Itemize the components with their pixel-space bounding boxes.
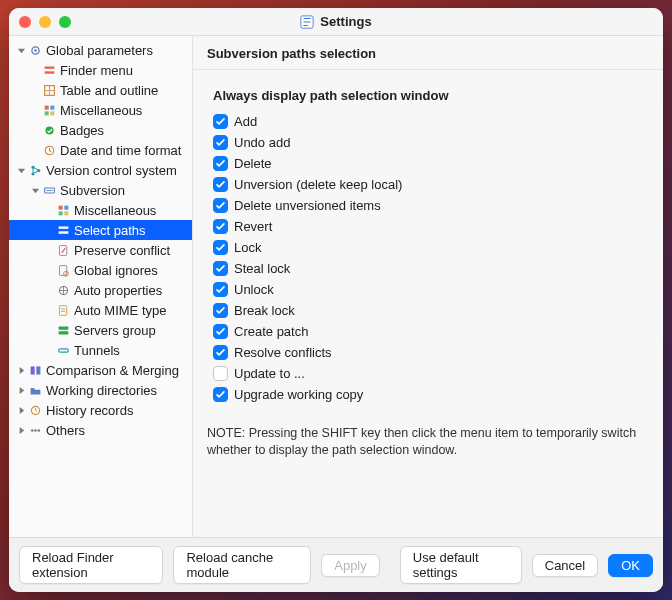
checkbox[interactable]	[213, 198, 228, 213]
checkbox-label: Steal lock	[234, 261, 290, 276]
sidebar-item-miscellaneous[interactable]: Miscellaneous	[9, 200, 192, 220]
disclosure-spacer	[29, 64, 41, 76]
sidebar-item-label: History records	[46, 403, 133, 418]
note-text: NOTE: Pressing the SHIFT key then click …	[193, 421, 663, 463]
disclosure-triangle-icon[interactable]	[15, 164, 27, 176]
sidebar-item-select-paths[interactable]: Select paths	[9, 220, 192, 240]
gear-icon	[28, 43, 42, 57]
svg-rect-7	[50, 105, 54, 109]
disclosure-triangle-icon[interactable]	[15, 384, 27, 396]
sidebar-item-subversion[interactable]: Subversion	[9, 180, 192, 200]
ok-button[interactable]: OK	[608, 554, 653, 577]
apply-button[interactable]: Apply	[321, 554, 380, 577]
sidebar-item-date-and-time-format[interactable]: Date and time format	[9, 140, 192, 160]
checkbox-row-break-lock: Break lock	[211, 300, 645, 321]
disclosure-spacer	[29, 124, 41, 136]
sidebar-item-comparison-merging[interactable]: Comparison & Merging	[9, 360, 192, 380]
sidebar-item-auto-mime-type[interactable]: Auto MIME type	[9, 300, 192, 320]
sidebar-item-global-parameters[interactable]: Global parameters	[9, 40, 192, 60]
settings-window: Settings Global parametersFinder menuTab…	[9, 8, 663, 592]
disclosure-spacer	[43, 264, 55, 276]
reload-cache-button[interactable]: Reload canche module	[173, 546, 311, 584]
sidebar-item-label: Miscellaneous	[74, 203, 156, 218]
finder-menu-icon	[42, 63, 56, 77]
cancel-button[interactable]: Cancel	[532, 554, 598, 577]
window-body: Global parametersFinder menuTable and ou…	[9, 36, 663, 537]
checkbox-row-create-patch: Create patch	[211, 321, 645, 342]
paths-icon	[56, 223, 70, 237]
svg-rect-31	[36, 366, 40, 374]
sidebar-item-tunnels[interactable]: Tunnels	[9, 340, 192, 360]
svg-point-33	[30, 429, 33, 432]
minimize-window-button[interactable]	[39, 16, 51, 28]
disclosure-triangle-icon[interactable]	[15, 44, 27, 56]
disclosure-triangle-icon[interactable]	[15, 364, 27, 376]
zoom-window-button[interactable]	[59, 16, 71, 28]
checkbox-label: Create patch	[234, 324, 308, 339]
checkbox[interactable]	[213, 324, 228, 339]
tunnel-icon	[56, 343, 70, 357]
checkbox[interactable]	[213, 219, 228, 234]
svg-rect-26	[59, 305, 66, 315]
others-icon	[28, 423, 42, 437]
clock-icon	[42, 143, 56, 157]
svg-point-10	[45, 126, 53, 134]
sidebar-item-label: Others	[46, 423, 85, 438]
sidebar-item-miscellaneous[interactable]: Miscellaneous	[9, 100, 192, 120]
sidebar-item-version-control-system[interactable]: Version control system	[9, 160, 192, 180]
close-window-button[interactable]	[19, 16, 31, 28]
sidebar-item-label: Badges	[60, 123, 104, 138]
checkbox[interactable]	[213, 177, 228, 192]
sidebar-item-preserve-conflict[interactable]: Preserve conflict	[9, 240, 192, 260]
sidebar-item-label: Tunnels	[74, 343, 120, 358]
checkbox-row-unversion-delete-keep-local: Unversion (delete keep local)	[211, 174, 645, 195]
checkbox[interactable]	[213, 156, 228, 171]
svg-rect-29	[58, 348, 68, 351]
sidebar-item-history-records[interactable]: History records	[9, 400, 192, 420]
checkbox[interactable]	[213, 135, 228, 150]
checkbox-row-add: Add	[211, 111, 645, 132]
sidebar-item-label: Global parameters	[46, 43, 153, 58]
folders-icon	[28, 383, 42, 397]
compare-icon	[28, 363, 42, 377]
checkbox-label: Resolve conflicts	[234, 345, 332, 360]
sidebar-item-label: Table and outline	[60, 83, 158, 98]
sidebar-item-label: Select paths	[74, 223, 146, 238]
disclosure-triangle-icon[interactable]	[29, 184, 41, 196]
use-default-settings-button[interactable]: Use default settings	[400, 546, 522, 584]
disclosure-triangle-icon[interactable]	[15, 424, 27, 436]
badge-icon	[42, 123, 56, 137]
svg-rect-21	[58, 231, 68, 233]
disclosure-triangle-icon[interactable]	[15, 404, 27, 416]
sidebar-item-badges[interactable]: Badges	[9, 120, 192, 140]
svg-rect-9	[50, 111, 54, 115]
checkbox[interactable]	[213, 240, 228, 255]
checkbox[interactable]	[213, 114, 228, 129]
disclosure-spacer	[43, 244, 55, 256]
sidebar-item-table-and-outline[interactable]: Table and outline	[9, 80, 192, 100]
checkbox[interactable]	[213, 282, 228, 297]
checkbox[interactable]	[213, 303, 228, 318]
checkbox[interactable]	[213, 366, 228, 381]
checkbox[interactable]	[213, 345, 228, 360]
sidebar-item-servers-group[interactable]: Servers group	[9, 320, 192, 340]
sidebar-item-global-ignores[interactable]: Global ignores	[9, 260, 192, 280]
checkbox-list: AddUndo addDeleteUnversion (delete keep …	[211, 111, 645, 405]
settings-app-icon	[300, 15, 314, 29]
svg-rect-27	[58, 326, 68, 329]
disclosure-spacer	[29, 144, 41, 156]
svg-rect-30	[30, 366, 34, 374]
svg-point-34	[34, 429, 37, 432]
sidebar-item-label: Subversion	[60, 183, 125, 198]
checkbox-row-revert: Revert	[211, 216, 645, 237]
window-controls	[19, 16, 71, 28]
checkbox[interactable]	[213, 261, 228, 276]
sidebar-item-others[interactable]: Others	[9, 420, 192, 440]
sidebar-item-working-directories[interactable]: Working directories	[9, 380, 192, 400]
sidebar-item-auto-properties[interactable]: Auto properties	[9, 280, 192, 300]
reload-finder-button[interactable]: Reload Finder extension	[19, 546, 163, 584]
checkbox[interactable]	[213, 387, 228, 402]
sidebar-tree[interactable]: Global parametersFinder menuTable and ou…	[9, 36, 193, 537]
sidebar-item-finder-menu[interactable]: Finder menu	[9, 60, 192, 80]
checkbox-row-unlock: Unlock	[211, 279, 645, 300]
